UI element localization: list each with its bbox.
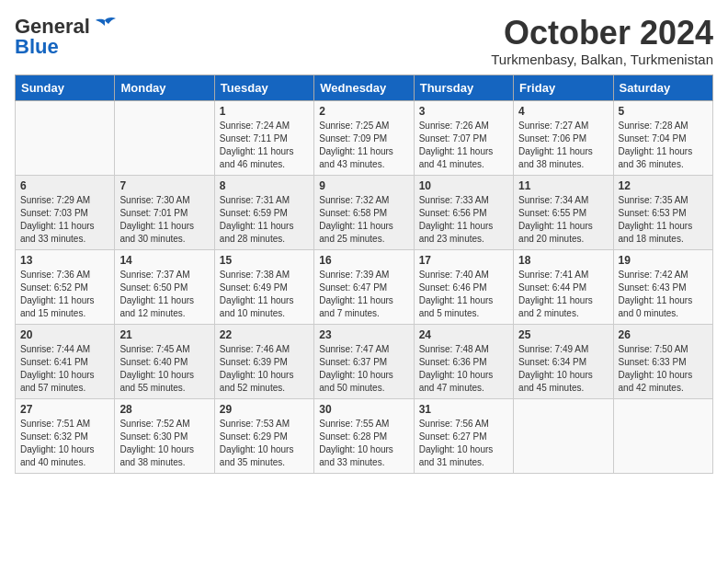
day-number: 18 [518, 254, 608, 267]
day-info: Sunrise: 7:55 AM Sunset: 6:28 PM Dayligh… [319, 418, 408, 469]
column-header-monday: Monday [115, 75, 214, 100]
day-info: Sunrise: 7:52 AM Sunset: 6:30 PM Dayligh… [119, 418, 209, 469]
calendar-cell: 8Sunrise: 7:31 AM Sunset: 6:59 PM Daylig… [214, 175, 313, 249]
column-header-tuesday: Tuesday [214, 75, 313, 100]
calendar-cell: 14Sunrise: 7:37 AM Sunset: 6:50 PM Dayli… [115, 249, 214, 324]
calendar-cell: 29Sunrise: 7:53 AM Sunset: 6:29 PM Dayli… [214, 398, 313, 473]
day-info: Sunrise: 7:42 AM Sunset: 6:43 PM Dayligh… [619, 269, 708, 320]
calendar-cell [115, 100, 214, 175]
day-info: Sunrise: 7:36 AM Sunset: 6:52 PM Dayligh… [20, 269, 109, 320]
day-info: Sunrise: 7:45 AM Sunset: 6:40 PM Dayligh… [119, 343, 209, 395]
day-number: 8 [220, 179, 309, 192]
day-number: 24 [419, 328, 508, 341]
day-info: Sunrise: 7:48 AM Sunset: 6:36 PM Dayligh… [419, 343, 508, 395]
day-info: Sunrise: 7:26 AM Sunset: 7:07 PM Dayligh… [419, 120, 508, 171]
calendar-cell: 28Sunrise: 7:52 AM Sunset: 6:30 PM Dayli… [115, 398, 214, 473]
calendar-cell: 1Sunrise: 7:24 AM Sunset: 7:11 PM Daylig… [214, 100, 313, 175]
column-header-wednesday: Wednesday [314, 75, 414, 100]
calendar-cell: 25Sunrise: 7:49 AM Sunset: 6:34 PM Dayli… [514, 324, 613, 398]
calendar-week-row: 6Sunrise: 7:29 AM Sunset: 7:03 PM Daylig… [16, 175, 713, 249]
day-number: 10 [419, 179, 508, 192]
calendar-cell: 19Sunrise: 7:42 AM Sunset: 6:43 PM Dayli… [613, 249, 712, 324]
day-number: 7 [119, 179, 209, 192]
location-subtitle: Turkmenbasy, Balkan, Turkmenistan [491, 52, 713, 67]
calendar-table: SundayMondayTuesdayWednesdayThursdayFrid… [15, 75, 713, 474]
day-number: 14 [119, 254, 209, 267]
day-info: Sunrise: 7:32 AM Sunset: 6:58 PM Dayligh… [319, 194, 408, 246]
calendar-cell: 13Sunrise: 7:36 AM Sunset: 6:52 PM Dayli… [16, 249, 115, 324]
logo: General Blue [15, 15, 118, 59]
day-info: Sunrise: 7:39 AM Sunset: 6:47 PM Dayligh… [319, 269, 408, 320]
day-info: Sunrise: 7:53 AM Sunset: 6:29 PM Dayligh… [220, 418, 309, 469]
day-number: 28 [119, 403, 209, 416]
logo-blue: Blue [15, 35, 59, 59]
day-number: 23 [319, 328, 408, 341]
calendar-cell: 16Sunrise: 7:39 AM Sunset: 6:47 PM Dayli… [314, 249, 414, 324]
day-info: Sunrise: 7:40 AM Sunset: 6:46 PM Dayligh… [419, 269, 508, 320]
month-title: October 2024 [491, 15, 713, 52]
day-number: 15 [220, 254, 309, 267]
calendar-cell: 12Sunrise: 7:35 AM Sunset: 6:53 PM Dayli… [613, 175, 712, 249]
day-number: 31 [419, 403, 508, 416]
day-info: Sunrise: 7:56 AM Sunset: 6:27 PM Dayligh… [419, 418, 508, 469]
day-number: 5 [619, 105, 708, 118]
day-number: 9 [319, 179, 408, 192]
calendar-cell: 24Sunrise: 7:48 AM Sunset: 6:36 PM Dayli… [414, 324, 513, 398]
day-number: 13 [20, 254, 109, 267]
day-number: 20 [20, 328, 109, 341]
day-number: 4 [518, 105, 608, 118]
calendar-cell: 10Sunrise: 7:33 AM Sunset: 6:56 PM Dayli… [414, 175, 513, 249]
day-info: Sunrise: 7:33 AM Sunset: 6:56 PM Dayligh… [419, 194, 508, 246]
day-number: 19 [619, 254, 708, 267]
column-header-friday: Friday [514, 75, 613, 100]
day-info: Sunrise: 7:44 AM Sunset: 6:41 PM Dayligh… [20, 343, 109, 395]
column-header-thursday: Thursday [414, 75, 513, 100]
calendar-cell: 4Sunrise: 7:27 AM Sunset: 7:06 PM Daylig… [514, 100, 613, 175]
calendar-cell: 2Sunrise: 7:25 AM Sunset: 7:09 PM Daylig… [314, 100, 414, 175]
day-number: 30 [319, 403, 408, 416]
day-number: 22 [220, 328, 309, 341]
calendar-week-row: 13Sunrise: 7:36 AM Sunset: 6:52 PM Dayli… [16, 249, 713, 324]
calendar-cell: 17Sunrise: 7:40 AM Sunset: 6:46 PM Dayli… [414, 249, 513, 324]
calendar-cell: 9Sunrise: 7:32 AM Sunset: 6:58 PM Daylig… [314, 175, 414, 249]
day-info: Sunrise: 7:47 AM Sunset: 6:37 PM Dayligh… [319, 343, 408, 395]
day-number: 25 [518, 328, 608, 341]
day-info: Sunrise: 7:29 AM Sunset: 7:03 PM Dayligh… [20, 194, 109, 246]
page-header: General Blue October 2024 Turkmenbasy, B… [15, 15, 713, 67]
calendar-header-row: SundayMondayTuesdayWednesdayThursdayFrid… [16, 75, 713, 100]
day-number: 27 [20, 403, 109, 416]
calendar-cell [613, 398, 712, 473]
day-info: Sunrise: 7:25 AM Sunset: 7:09 PM Dayligh… [319, 120, 408, 171]
day-info: Sunrise: 7:51 AM Sunset: 6:32 PM Dayligh… [20, 418, 109, 469]
calendar-cell [16, 100, 115, 175]
calendar-cell: 30Sunrise: 7:55 AM Sunset: 6:28 PM Dayli… [314, 398, 414, 473]
day-info: Sunrise: 7:49 AM Sunset: 6:34 PM Dayligh… [518, 343, 608, 395]
day-info: Sunrise: 7:34 AM Sunset: 6:55 PM Dayligh… [518, 194, 608, 246]
calendar-cell: 22Sunrise: 7:46 AM Sunset: 6:39 PM Dayli… [214, 324, 313, 398]
day-info: Sunrise: 7:50 AM Sunset: 6:33 PM Dayligh… [619, 343, 708, 395]
day-number: 16 [319, 254, 408, 267]
day-info: Sunrise: 7:27 AM Sunset: 7:06 PM Dayligh… [518, 120, 608, 171]
day-number: 6 [20, 179, 109, 192]
day-info: Sunrise: 7:37 AM Sunset: 6:50 PM Dayligh… [119, 269, 209, 320]
title-block: October 2024 Turkmenbasy, Balkan, Turkme… [491, 15, 713, 67]
day-info: Sunrise: 7:24 AM Sunset: 7:11 PM Dayligh… [220, 120, 309, 171]
calendar-cell: 7Sunrise: 7:30 AM Sunset: 7:01 PM Daylig… [115, 175, 214, 249]
calendar-cell: 15Sunrise: 7:38 AM Sunset: 6:49 PM Dayli… [214, 249, 313, 324]
calendar-cell: 23Sunrise: 7:47 AM Sunset: 6:37 PM Dayli… [314, 324, 414, 398]
calendar-cell: 18Sunrise: 7:41 AM Sunset: 6:44 PM Dayli… [514, 249, 613, 324]
day-number: 21 [119, 328, 209, 341]
day-number: 29 [220, 403, 309, 416]
day-number: 3 [419, 105, 508, 118]
day-info: Sunrise: 7:38 AM Sunset: 6:49 PM Dayligh… [220, 269, 309, 320]
day-info: Sunrise: 7:28 AM Sunset: 7:04 PM Dayligh… [619, 120, 708, 171]
calendar-cell: 31Sunrise: 7:56 AM Sunset: 6:27 PM Dayli… [414, 398, 513, 473]
day-info: Sunrise: 7:35 AM Sunset: 6:53 PM Dayligh… [619, 194, 708, 246]
day-number: 2 [319, 105, 408, 118]
calendar-cell: 6Sunrise: 7:29 AM Sunset: 7:03 PM Daylig… [16, 175, 115, 249]
day-number: 17 [419, 254, 508, 267]
day-info: Sunrise: 7:31 AM Sunset: 6:59 PM Dayligh… [220, 194, 309, 246]
day-number: 12 [619, 179, 708, 192]
column-header-sunday: Sunday [16, 75, 115, 100]
calendar-week-row: 27Sunrise: 7:51 AM Sunset: 6:32 PM Dayli… [16, 398, 713, 473]
